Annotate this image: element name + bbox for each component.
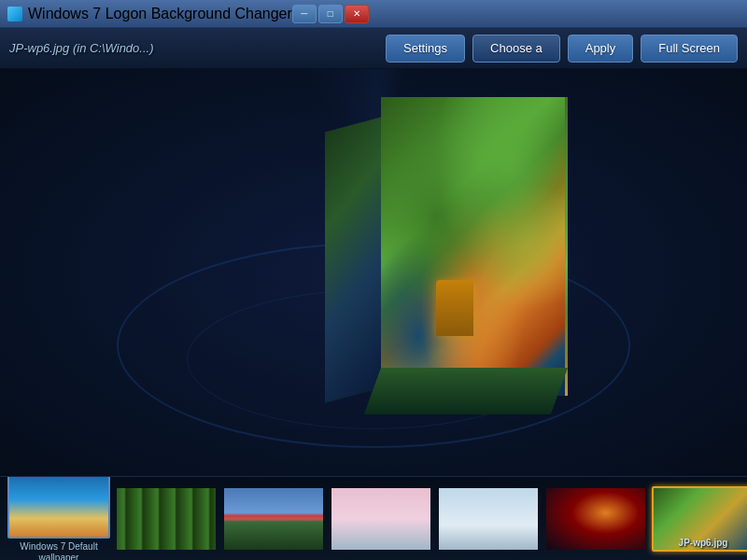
maximize-button[interactable]: □ (318, 5, 343, 23)
toolbar: JP-wp6.jpg (in C:\Windo...) Settings Cho… (0, 28, 747, 69)
apply-button[interactable]: Apply (568, 35, 634, 63)
titlebar: Windows 7 Logon Background Changer ─ □ ✕ (0, 0, 747, 28)
app-icon (7, 7, 22, 21)
fullscreen-button[interactable]: Full Screen (641, 35, 738, 63)
thumbnail-image-default (7, 476, 110, 539)
cube-left-face (325, 116, 386, 402)
preview-area (0, 69, 747, 476)
thumbnail-bg-fireworks (546, 488, 645, 550)
cube-bottom-face (364, 368, 568, 414)
wallpaper-preview-cube (325, 97, 568, 414)
thumbnail-bg-birds (439, 488, 538, 550)
thumbnail-bg-mountain (224, 488, 323, 550)
thumbnail-image-mountain (222, 486, 325, 552)
window-controls: ─ □ ✕ (292, 5, 369, 23)
thumbnail-item-bamboo[interactable] (115, 486, 218, 552)
thumbnail-image-fireworks (544, 486, 647, 552)
thumbnail-label-default: Windows 7 Default wallpaper (7, 541, 110, 560)
minimize-button[interactable]: ─ (292, 5, 317, 23)
thumbnail-item-mountain[interactable] (222, 486, 325, 552)
cube-front-face (381, 97, 568, 396)
thumbnail-item-fireworks[interactable] (544, 486, 647, 552)
window-title: Windows 7 Logon Background Changer (28, 6, 292, 22)
thumbnail-strip: Windows 7 Default wallpaperJP-wp6.jpg (0, 476, 747, 560)
thumbnail-image-cherry (330, 486, 432, 552)
thumbnail-item-cherry[interactable] (330, 486, 432, 552)
thumbnail-bg-default (9, 476, 108, 537)
settings-button[interactable]: Settings (386, 35, 465, 63)
thumbnail-item-birds[interactable] (437, 486, 540, 552)
thumbnail-item-default[interactable]: Windows 7 Default wallpaper (7, 476, 110, 560)
file-label: JP-wp6.jpg (in C:\Windo...) (9, 41, 378, 55)
thumbnail-bg-cherry (331, 488, 430, 550)
thumbnail-image-bamboo (115, 486, 218, 552)
thumbnail-item-nature[interactable]: JP-wp6.jpg (652, 486, 747, 552)
thumbnail-bg-bamboo (117, 488, 216, 550)
thumbnail-image-nature: JP-wp6.jpg (652, 486, 747, 552)
thumbnail-filename-nature: JP-wp6.jpg (654, 538, 747, 548)
close-button[interactable]: ✕ (345, 5, 369, 23)
choose-button[interactable]: Choose a (472, 35, 560, 63)
thumbnail-image-birds (437, 486, 540, 552)
